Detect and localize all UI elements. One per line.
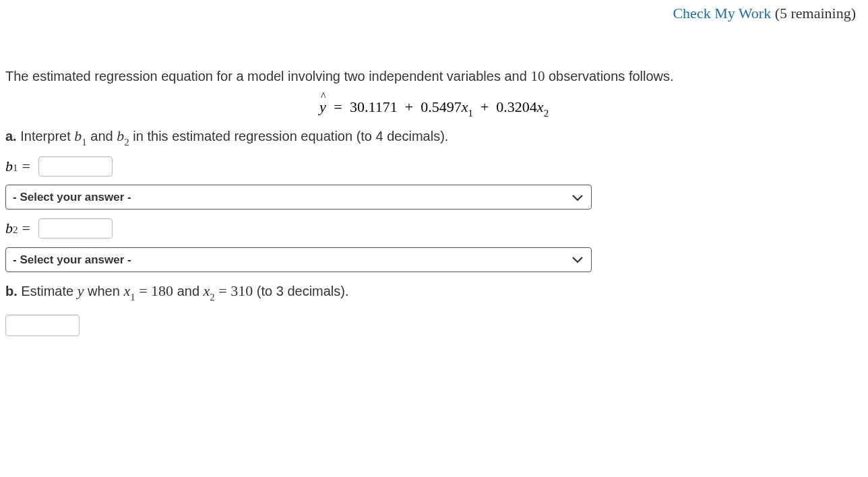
b1-input[interactable]	[38, 156, 113, 177]
pb-eq1: =	[135, 282, 151, 299]
part-b-input-row	[5, 309, 863, 336]
check-my-work-link[interactable]: Check My Work	[673, 5, 771, 22]
question-body: The estimated regression equation for a …	[5, 65, 863, 336]
b1-label-sub: 1	[13, 160, 18, 176]
pb-x1: x	[123, 282, 130, 299]
pb-t3: and	[173, 284, 203, 298]
pb-v2: 310	[230, 282, 253, 299]
plus-sign: +	[401, 98, 416, 115]
b2-input-row: b2 =	[5, 216, 863, 240]
part-a-text-1: Interpret	[17, 129, 75, 144]
b2-eq: =	[22, 216, 30, 240]
b1-coef: 0.5497	[421, 98, 462, 115]
b1-var: b	[74, 127, 82, 144]
b2-coef: 0.3204	[496, 98, 537, 115]
pb-t1: Estimate	[18, 284, 78, 298]
x1-sub: 1	[468, 108, 473, 119]
remaining-text: (5 remaining)	[775, 5, 856, 22]
pb-eq2: =	[215, 282, 230, 299]
pb-v1: 180	[151, 282, 173, 299]
x2-sub: 2	[544, 108, 549, 119]
pb-y: y	[78, 282, 84, 299]
y-hat: y	[319, 95, 326, 119]
b2-label-sub: 2	[13, 222, 18, 238]
part-a-text-2: in this estimated regression equation (t…	[129, 129, 449, 144]
intro-prefix: The estimated regression equation for a …	[5, 69, 530, 84]
x2-var: x	[537, 98, 544, 115]
plus-sign-2: +	[476, 98, 492, 115]
b2-var: b	[117, 127, 124, 144]
pb-t4: (to 3 decimals).	[253, 284, 348, 298]
b2-input[interactable]	[38, 218, 113, 238]
b1-input-row: b1 =	[5, 154, 863, 178]
x1-var: x	[462, 98, 468, 115]
pb-x2: x	[204, 282, 210, 299]
b1-eq: =	[22, 154, 30, 178]
pb-t2: when	[84, 284, 123, 298]
b2-label-var: b	[5, 216, 13, 240]
b1-select-wrap: - Select your answer -	[5, 185, 592, 210]
b1-interpretation-select[interactable]: - Select your answer -	[5, 185, 592, 210]
intro-text: The estimated regression equation for a …	[5, 65, 863, 88]
part-a-prompt: a. Interpret b1 and b2 in this estimated…	[5, 124, 863, 149]
b2-interpretation-select[interactable]: - Select your answer -	[5, 247, 592, 272]
header-bar: Check My Work (5 remaining)	[5, 0, 863, 25]
regression-equation: y = 30.1171 + 0.5497x1 + 0.3204x2	[5, 95, 863, 120]
b1-sub: 1	[82, 137, 87, 148]
b2-select-wrap: - Select your answer -	[5, 247, 592, 272]
part-b-label: b.	[5, 284, 18, 298]
equals-sign: =	[334, 98, 342, 115]
y-estimate-input[interactable]	[5, 315, 80, 336]
pb-x1-sub: 1	[130, 292, 135, 303]
part-b-prompt: b. Estimate y when x1 = 180 and x2 = 310…	[5, 279, 863, 304]
part-a-label: a.	[5, 129, 17, 144]
pb-x2-sub: 2	[210, 292, 215, 303]
intro-suffix: observations follows.	[545, 69, 673, 84]
b2-sub: 2	[124, 137, 129, 148]
intro-n: 10	[530, 68, 545, 84]
part-a-mid: and	[87, 129, 117, 144]
b1-label-var: b	[5, 154, 13, 178]
intercept-value: 30.1171	[350, 98, 398, 115]
